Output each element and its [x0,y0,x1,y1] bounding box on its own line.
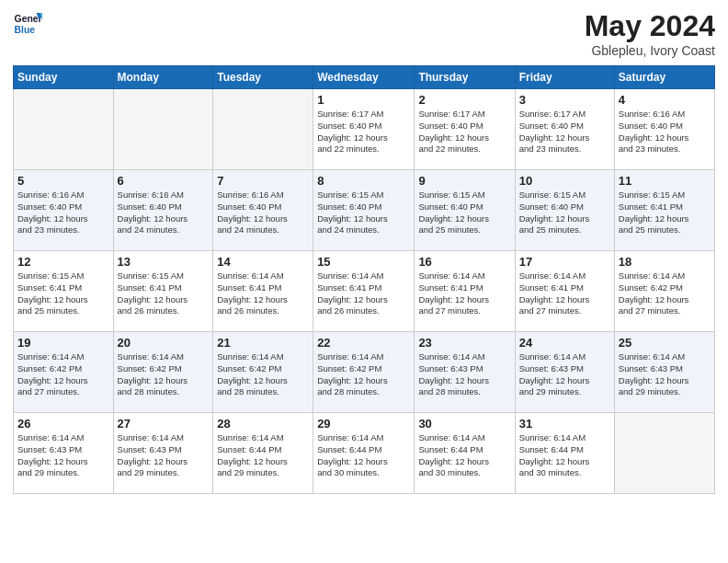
calendar-day-cell: 29Sunrise: 6:14 AM Sunset: 6:44 PM Dayli… [313,413,415,494]
calendar-day-cell: 3Sunrise: 6:17 AM Sunset: 6:40 PM Daylig… [515,89,614,170]
day-info: Sunrise: 6:14 AM Sunset: 6:41 PM Dayligh… [317,270,410,317]
day-number: 21 [217,336,309,350]
day-info: Sunrise: 6:14 AM Sunset: 6:43 PM Dayligh… [418,351,510,398]
day-number: 14 [217,255,309,269]
day-info: Sunrise: 6:14 AM Sunset: 6:41 PM Dayligh… [418,270,510,317]
calendar-day-cell [213,89,313,170]
day-number: 27 [118,417,210,431]
weekday-header: Sunday [14,66,114,89]
day-number: 31 [519,417,610,431]
calendar-day-cell: 19Sunrise: 6:14 AM Sunset: 6:42 PM Dayli… [14,332,114,413]
day-number: 19 [17,336,109,350]
day-number: 30 [418,417,510,431]
calendar-day-cell: 30Sunrise: 6:14 AM Sunset: 6:44 PM Dayli… [415,413,515,494]
day-info: Sunrise: 6:15 AM Sunset: 6:40 PM Dayligh… [519,190,610,236]
day-info: Sunrise: 6:15 AM Sunset: 6:40 PM Dayligh… [317,190,410,236]
calendar-day-cell: 27Sunrise: 6:14 AM Sunset: 6:43 PM Dayli… [113,413,213,494]
day-number: 16 [418,255,510,269]
weekday-header: Thursday [415,66,515,89]
day-info: Sunrise: 6:15 AM Sunset: 6:40 PM Dayligh… [418,190,510,236]
day-number: 13 [118,255,210,269]
calendar-day-cell: 28Sunrise: 6:14 AM Sunset: 6:44 PM Dayli… [213,413,313,494]
calendar-day-cell: 5Sunrise: 6:16 AM Sunset: 6:40 PM Daylig… [14,170,114,251]
day-info: Sunrise: 6:14 AM Sunset: 6:41 PM Dayligh… [217,270,309,317]
day-number: 1 [317,93,410,107]
day-number: 7 [217,174,309,188]
day-number: 17 [519,255,610,269]
calendar-day-cell [614,413,714,494]
day-info: Sunrise: 6:14 AM Sunset: 6:42 PM Dayligh… [317,351,410,398]
day-info: Sunrise: 6:17 AM Sunset: 6:40 PM Dayligh… [519,109,610,155]
day-info: Sunrise: 6:16 AM Sunset: 6:40 PM Dayligh… [619,109,711,155]
calendar-header-row: SundayMondayTuesdayWednesdayThursdayFrid… [14,66,715,89]
day-info: Sunrise: 6:14 AM Sunset: 6:44 PM Dayligh… [317,432,410,479]
calendar-day-cell: 11Sunrise: 6:15 AM Sunset: 6:41 PM Dayli… [614,170,714,251]
day-number: 2 [418,93,510,107]
day-info: Sunrise: 6:14 AM Sunset: 6:42 PM Dayligh… [17,351,109,398]
logo-icon: General Blue [13,9,42,39]
day-info: Sunrise: 6:16 AM Sunset: 6:40 PM Dayligh… [17,190,109,236]
calendar-day-cell: 2Sunrise: 6:17 AM Sunset: 6:40 PM Daylig… [415,89,515,170]
calendar-day-cell: 15Sunrise: 6:14 AM Sunset: 6:41 PM Dayli… [313,251,415,332]
weekday-header: Monday [113,66,213,89]
day-number: 15 [317,255,410,269]
calendar-subtitle: Gblepleu, Ivory Coast [585,43,715,58]
calendar-day-cell: 13Sunrise: 6:15 AM Sunset: 6:41 PM Dayli… [113,251,213,332]
calendar-day-cell: 21Sunrise: 6:14 AM Sunset: 6:42 PM Dayli… [213,332,313,413]
calendar-day-cell: 24Sunrise: 6:14 AM Sunset: 6:43 PM Dayli… [515,332,614,413]
day-info: Sunrise: 6:14 AM Sunset: 6:42 PM Dayligh… [217,351,309,398]
day-number: 6 [118,174,210,188]
day-info: Sunrise: 6:15 AM Sunset: 6:41 PM Dayligh… [619,190,711,236]
day-info: Sunrise: 6:14 AM Sunset: 6:44 PM Dayligh… [519,432,610,479]
day-number: 26 [17,417,109,431]
day-number: 29 [317,417,410,431]
day-info: Sunrise: 6:14 AM Sunset: 6:42 PM Dayligh… [118,351,210,398]
day-number: 18 [619,255,711,269]
calendar-day-cell: 1Sunrise: 6:17 AM Sunset: 6:40 PM Daylig… [313,89,415,170]
title-block: May 2024 Gblepleu, Ivory Coast [585,9,715,58]
calendar-week-row: 12Sunrise: 6:15 AM Sunset: 6:41 PM Dayli… [14,251,715,332]
calendar-day-cell: 17Sunrise: 6:14 AM Sunset: 6:41 PM Dayli… [515,251,614,332]
calendar-day-cell: 7Sunrise: 6:16 AM Sunset: 6:40 PM Daylig… [213,170,313,251]
calendar-day-cell: 6Sunrise: 6:16 AM Sunset: 6:40 PM Daylig… [113,170,213,251]
weekday-header: Friday [515,66,614,89]
calendar-day-cell: 23Sunrise: 6:14 AM Sunset: 6:43 PM Dayli… [415,332,515,413]
calendar-week-row: 19Sunrise: 6:14 AM Sunset: 6:42 PM Dayli… [14,332,715,413]
day-info: Sunrise: 6:14 AM Sunset: 6:42 PM Dayligh… [619,270,711,317]
day-number: 11 [619,174,711,188]
day-number: 9 [418,174,510,188]
day-info: Sunrise: 6:14 AM Sunset: 6:43 PM Dayligh… [519,351,610,398]
day-info: Sunrise: 6:15 AM Sunset: 6:41 PM Dayligh… [17,270,109,317]
svg-text:Blue: Blue [15,25,36,35]
calendar-week-row: 5Sunrise: 6:16 AM Sunset: 6:40 PM Daylig… [14,170,715,251]
calendar-day-cell: 12Sunrise: 6:15 AM Sunset: 6:41 PM Dayli… [14,251,114,332]
day-number: 25 [619,336,711,350]
day-number: 3 [519,93,610,107]
calendar-day-cell: 31Sunrise: 6:14 AM Sunset: 6:44 PM Dayli… [515,413,614,494]
calendar-title: May 2024 [585,9,715,43]
day-info: Sunrise: 6:14 AM Sunset: 6:44 PM Dayligh… [418,432,510,479]
day-number: 20 [118,336,210,350]
day-info: Sunrise: 6:14 AM Sunset: 6:41 PM Dayligh… [519,270,610,317]
calendar-day-cell [14,89,114,170]
calendar-day-cell: 14Sunrise: 6:14 AM Sunset: 6:41 PM Dayli… [213,251,313,332]
day-number: 4 [619,93,711,107]
day-info: Sunrise: 6:16 AM Sunset: 6:40 PM Dayligh… [217,190,309,236]
calendar-week-row: 1Sunrise: 6:17 AM Sunset: 6:40 PM Daylig… [14,89,715,170]
calendar-table: SundayMondayTuesdayWednesdayThursdayFrid… [13,65,715,494]
day-info: Sunrise: 6:14 AM Sunset: 6:43 PM Dayligh… [17,432,109,479]
day-number: 5 [17,174,109,188]
header: General Blue May 2024 Gblepleu, Ivory Co… [13,9,715,58]
logo: General Blue [13,9,42,39]
calendar-day-cell: 20Sunrise: 6:14 AM Sunset: 6:42 PM Dayli… [113,332,213,413]
calendar-day-cell: 9Sunrise: 6:15 AM Sunset: 6:40 PM Daylig… [415,170,515,251]
calendar-day-cell: 8Sunrise: 6:15 AM Sunset: 6:40 PM Daylig… [313,170,415,251]
calendar-day-cell: 16Sunrise: 6:14 AM Sunset: 6:41 PM Dayli… [415,251,515,332]
calendar-day-cell: 4Sunrise: 6:16 AM Sunset: 6:40 PM Daylig… [614,89,714,170]
calendar-day-cell [113,89,213,170]
day-info: Sunrise: 6:17 AM Sunset: 6:40 PM Dayligh… [418,109,510,155]
page: General Blue May 2024 Gblepleu, Ivory Co… [0,0,728,563]
calendar-day-cell: 10Sunrise: 6:15 AM Sunset: 6:40 PM Dayli… [515,170,614,251]
calendar-day-cell: 22Sunrise: 6:14 AM Sunset: 6:42 PM Dayli… [313,332,415,413]
day-info: Sunrise: 6:14 AM Sunset: 6:43 PM Dayligh… [619,351,711,398]
